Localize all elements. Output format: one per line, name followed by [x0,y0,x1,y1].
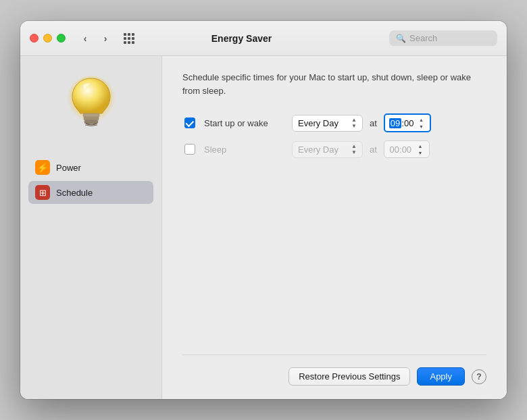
startup-hours: 09 [389,118,401,128]
sleep-day-dropdown[interactable]: Every Day ▲ ▼ [292,141,363,158]
back-button[interactable]: ‹ [76,30,94,47]
startup-spinners: ▲ ▼ [416,116,426,130]
main-window: ‹ › Energy Saver 🔍 Search [20,21,507,399]
maximize-button[interactable] [57,34,66,43]
sidebar-item-power-label: Power [56,163,81,173]
sleep-label: Sleep [204,145,285,155]
startup-checkbox-wrapper [182,115,197,130]
time-increment-button[interactable]: ▲ [416,116,426,123]
startup-time-input[interactable]: 09:00 ▲ ▼ [384,113,432,132]
apply-button[interactable]: Apply [417,367,465,386]
search-icon: 🔍 [396,34,406,43]
window-title: Energy Saver [94,33,389,44]
search-box[interactable]: 🔍 Search [389,30,497,46]
sidebar-item-schedule-label: Schedule [56,188,93,198]
restore-previous-settings-button[interactable]: Restore Previous Settings [288,367,410,386]
power-icon: ⚡ [35,160,50,175]
search-placeholder: Search [409,33,437,43]
help-button[interactable]: ? [472,369,486,384]
startup-at-label: at [370,118,377,128]
svg-rect-2 [84,117,99,120]
sidebar-items: ⚡ Power ⊞ Schedule [20,156,161,204]
sidebar-item-schedule[interactable]: ⊞ Schedule [28,181,153,204]
sleep-at-label: at [370,145,377,155]
bottom-bar: Restore Previous Settings Apply ? [182,355,486,386]
bulb-image [61,70,122,137]
sidebar-item-power[interactable]: ⚡ Power [28,156,153,179]
chevron-down-icon-2: ▼ [351,150,357,155]
chevron-up-icon: ▲ [351,117,357,123]
sleep-spinners: ▲ ▼ [416,142,425,156]
sleep-time-input[interactable]: 00:00 ▲ ▼ [384,140,430,158]
sidebar: ⚡ Power ⊞ Schedule [20,56,162,399]
startup-label: Start up or wake [204,118,285,128]
sleep-checkbox[interactable] [184,144,195,155]
startup-day-dropdown[interactable]: Every Day ▲ ▼ [292,115,363,132]
startup-row: Start up or wake Every Day ▲ ▼ at 09:00 [182,113,486,132]
svg-rect-1 [83,113,99,117]
sleep-row: Sleep Every Day ▲ ▼ at 00:00 ▲ ▼ [182,140,486,158]
startup-minutes: 00 [404,118,413,128]
startup-time-value: 09:00 [389,118,414,128]
titlebar: ‹ › Energy Saver 🔍 Search [20,21,507,56]
dropdown-arrows-icon-2: ▲ ▼ [351,144,357,155]
svg-rect-3 [84,120,98,124]
main-panel: Schedule specific times for your Mac to … [162,56,507,399]
traffic-lights [30,34,66,43]
dropdown-arrows-icon: ▲ ▼ [351,117,357,129]
sleep-time-value: 00:00 [388,145,413,155]
sleep-checkbox-wrapper [182,142,197,157]
close-button[interactable] [30,34,39,43]
sleep-time-decrement-button[interactable]: ▼ [416,149,425,156]
chevron-down-icon: ▼ [351,124,357,129]
minimize-button[interactable] [43,34,52,43]
sleep-time-increment-button[interactable]: ▲ [416,142,425,149]
time-decrement-button[interactable]: ▼ [416,123,426,130]
startup-day-value: Every Day [298,118,338,128]
description-text: Schedule specific times for your Mac to … [182,71,486,97]
content-area: ⚡ Power ⊞ Schedule Schedule specific tim… [20,56,507,399]
schedule-icon: ⊞ [35,185,50,200]
sleep-day-value: Every Day [298,145,338,155]
schedule-rows: Start up or wake Every Day ▲ ▼ at 09:00 [182,113,486,158]
chevron-up-icon-2: ▲ [351,144,357,149]
startup-checkbox[interactable] [184,117,195,128]
